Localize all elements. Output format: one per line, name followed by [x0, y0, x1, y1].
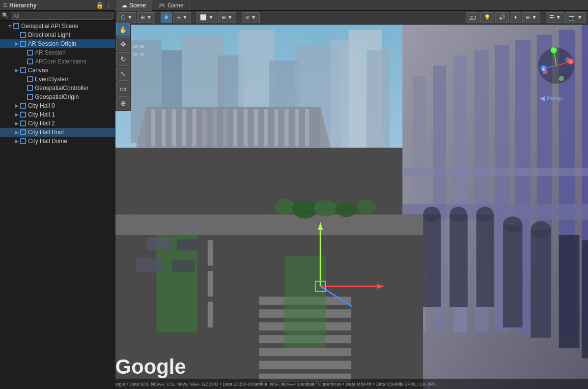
- svg-rect-4: [28, 50, 32, 55]
- tree-item-geospatial-controller[interactable]: GeospatialController: [0, 84, 115, 92]
- global-local-btn[interactable]: ⊛ ▼: [242, 12, 260, 23]
- hierarchy-search-input[interactable]: [11, 12, 113, 20]
- expand-ar-session-origin[interactable]: ▶: [14, 41, 20, 47]
- expand-city-hall-1[interactable]: ▶: [14, 112, 20, 118]
- svg-rect-44: [264, 109, 268, 146]
- scene-tab-icon: ☁: [121, 2, 127, 9]
- svg-point-87: [336, 202, 357, 217]
- tree-item-city-hall-0[interactable]: ▶ City Hall 0: [0, 101, 115, 110]
- svg-point-110: [542, 69, 547, 74]
- camera-btn[interactable]: 📷 ▼: [565, 12, 586, 23]
- hierarchy-lock-icon[interactable]: 🔒: [96, 1, 104, 9]
- svg-rect-94: [136, 258, 164, 272]
- ar-session-origin-label: AR Session Origin: [28, 40, 76, 47]
- svg-point-66: [476, 207, 494, 222]
- geospatial-controller-icon: [27, 85, 33, 91]
- city-hall-0-label: City Hall 0: [28, 102, 55, 109]
- scale-tool-btn[interactable]: ⤡: [116, 67, 130, 81]
- effects-btn[interactable]: ✦: [510, 12, 521, 23]
- tree-item-canvas[interactable]: ▶ Canvas: [0, 66, 115, 75]
- svg-rect-60: [402, 168, 588, 176]
- tree-item-city-hall-2[interactable]: ▶ City Hall 2: [0, 119, 115, 128]
- svg-rect-92: [146, 238, 171, 250]
- svg-text:Google: Google: [115, 355, 186, 378]
- hierarchy-tree: ▼ Geospatial API Scene Directional Light: [0, 21, 115, 389]
- hierarchy-expand-icon[interactable]: ☰: [3, 2, 7, 8]
- svg-rect-71: [559, 235, 580, 348]
- expand-city-hall-dome[interactable]: ▶: [14, 138, 20, 144]
- canvas-icon: [20, 67, 27, 74]
- layers-btn[interactable]: ☰ ▼: [546, 12, 564, 23]
- city-hall-2-label: City Hall 2: [28, 120, 55, 127]
- tree-item-scene-root[interactable]: ▼ Geospatial API Scene: [0, 22, 115, 30]
- svg-point-70: [531, 221, 551, 239]
- move-tool-left-btn[interactable]: ✥: [116, 37, 130, 51]
- svg-point-86: [314, 200, 337, 216]
- tree-item-city-hall-dome[interactable]: ▶ City Hall Dome: [0, 137, 115, 146]
- expand-canvas[interactable]: ▶: [14, 67, 20, 73]
- lighting-btn[interactable]: 💡: [480, 12, 494, 23]
- directional-light-label: Directional Light: [28, 31, 70, 38]
- svg-rect-38: [202, 109, 206, 146]
- tab-game[interactable]: 🎮 Game: [152, 0, 190, 11]
- svg-rect-36: [182, 109, 186, 146]
- svg-rect-83: [115, 214, 423, 235]
- expand-directional-light: [14, 32, 20, 38]
- directional-light-icon: [20, 31, 27, 38]
- snap-grid-btn[interactable]: ⊞ ▼: [137, 12, 155, 23]
- tree-item-arcore-extensions[interactable]: ARCore Extensions: [0, 57, 115, 66]
- toolbar-separator-4: [543, 13, 543, 22]
- svg-rect-27: [140, 45, 144, 48]
- svg-rect-8: [28, 86, 32, 90]
- hierarchy-title-area: ☰ Hierarchy: [3, 2, 36, 9]
- expand-city-hall-roof[interactable]: ▶: [14, 129, 20, 135]
- svg-rect-41: [233, 109, 237, 146]
- tab-scene[interactable]: ☁ Scene: [115, 0, 152, 11]
- scene-toolbar: ⬡ ▼ ⊞ ▼ ✥ ⊟ ▼ ⬜ ▼ ⊕ ▼ ⊛ ▼ 2D 💡 🔊 ✦ ⊕ ▼ ☰…: [115, 11, 588, 25]
- hierarchy-panel: ☰ Hierarchy 🔒 ⋮ 🔍 ▼: [0, 0, 115, 389]
- tree-item-ar-session[interactable]: AR Session: [0, 48, 115, 57]
- tree-item-geospatial-origin[interactable]: GeospatialOrigin: [0, 92, 115, 101]
- hierarchy-more-icon[interactable]: ⋮: [106, 1, 112, 9]
- city-hall-dome-label: City Hall Dome: [28, 138, 67, 145]
- svg-rect-33: [151, 109, 155, 146]
- svg-point-62: [423, 207, 440, 222]
- hand-tool-btn[interactable]: ✋: [116, 23, 130, 36]
- move-tool-btn[interactable]: ✥: [161, 12, 172, 23]
- city-hall-1-label: City Hall 1: [28, 111, 55, 118]
- svg-rect-40: [223, 109, 227, 146]
- svg-rect-5: [28, 59, 32, 64]
- transform-toggle-btn[interactable]: ⊕ ▼: [218, 12, 236, 23]
- expand-city-hall-2[interactable]: ▶: [14, 120, 20, 126]
- svg-rect-2: [21, 32, 26, 37]
- rect-transform-btn[interactable]: ▭: [116, 82, 130, 95]
- svg-rect-89: [208, 240, 213, 266]
- tree-item-event-system[interactable]: EventSystem: [0, 75, 115, 84]
- search-icon: 🔍: [2, 12, 9, 19]
- hierarchy-title: Hierarchy: [9, 2, 36, 9]
- rotate-tool-btn[interactable]: ↻: [116, 52, 130, 66]
- svg-rect-67: [503, 225, 523, 328]
- gizmos-btn[interactable]: ⊕ ▼: [522, 12, 540, 23]
- mode-2d-btn[interactable]: 2D: [466, 12, 479, 23]
- svg-point-68: [503, 216, 523, 233]
- svg-rect-26: [133, 45, 137, 48]
- expand-city-hall-0[interactable]: ▶: [14, 103, 20, 109]
- grid-snap-toggle-btn[interactable]: ⊟ ▼: [173, 12, 191, 23]
- expand-scene-root[interactable]: ▼: [7, 23, 13, 29]
- transform-tool-btn[interactable]: ⊕: [116, 96, 130, 110]
- rect-tool-btn[interactable]: ⬜ ▼: [196, 12, 217, 23]
- tree-item-directional-light[interactable]: Directional Light: [0, 30, 115, 39]
- hierarchy-panel-header: ☰ Hierarchy 🔒 ⋮: [0, 0, 115, 11]
- svg-rect-14: [21, 139, 26, 144]
- audio-btn[interactable]: 🔊: [495, 12, 509, 23]
- svg-rect-28: [133, 53, 137, 56]
- tree-item-city-hall-roof[interactable]: ▶ City Hall Roof: [0, 128, 115, 137]
- scene-left-toolbar: ✋ ✥ ↻ ⤡ ▭ ⊕: [115, 22, 131, 111]
- scene-viewport[interactable]: X Y Z: [115, 25, 588, 389]
- tree-item-city-hall-1[interactable]: ▶ City Hall 1: [0, 110, 115, 119]
- svg-rect-43: [254, 109, 258, 146]
- svg-rect-13: [21, 130, 26, 135]
- tree-item-ar-session-origin[interactable]: ▶ AR Session Origin: [0, 39, 115, 48]
- svg-rect-39: [213, 109, 217, 146]
